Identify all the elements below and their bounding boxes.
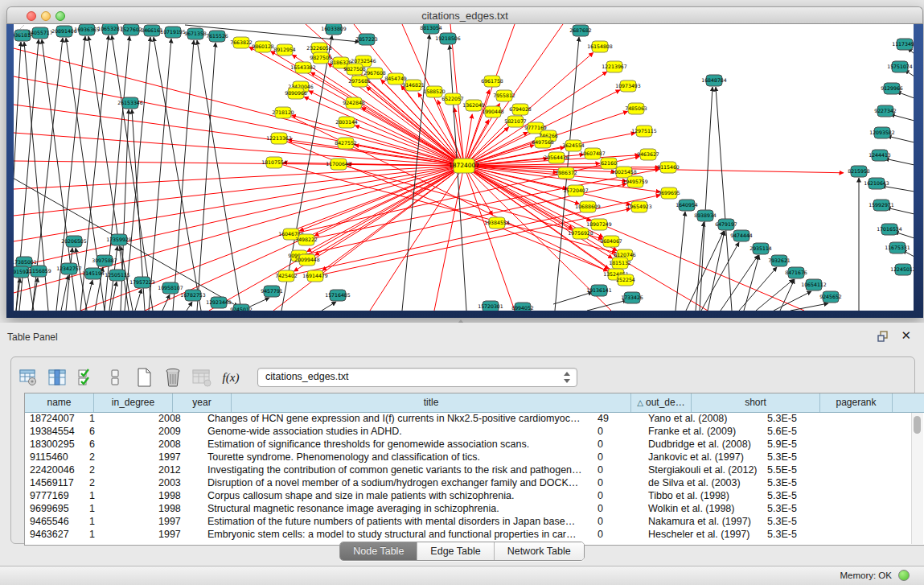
graph-node-label: 6479197 (715, 221, 737, 227)
close-panel-icon[interactable]: ✕ (901, 329, 911, 342)
import-table-button-disabled[interactable] (191, 368, 212, 387)
graph-node-label: 16848784 (701, 77, 727, 83)
graph-node-label: 1588520 (423, 89, 446, 94)
graph-node-label: 1640954 (676, 202, 698, 208)
graph-node-label: 8215958 (848, 168, 870, 174)
graph-node-label: 9146821 (402, 82, 425, 88)
graph-node-label: 1733426 (621, 295, 643, 300)
table-cell: 5.3E-5 (762, 502, 825, 515)
float-panel-icon[interactable] (877, 331, 889, 342)
window-titlebar[interactable]: citations_edges.txt (6, 6, 923, 24)
graph-node-label: 23226058 (306, 45, 332, 51)
graph-node-label: 62160 (601, 160, 617, 166)
graph-node-label: 18907249 (586, 221, 612, 227)
graph-node-label: 17359928 (106, 237, 132, 242)
graph-node-label: 6794028 (509, 106, 532, 112)
graph-node-label: 9227342 (874, 108, 897, 113)
graph-node-label: 9242848 (343, 100, 365, 105)
table-vertical-scrollbar[interactable] (911, 413, 923, 544)
table-cell: 1997 (154, 528, 203, 541)
dropdown-arrows-icon (564, 371, 570, 384)
graph-node-label: 19218506 (435, 35, 461, 41)
network-canvas[interactable]: 9361814140557172089140616936365106532871… (14, 24, 914, 311)
resize-grip-icon[interactable] (14, 24, 25, 35)
graph-node-label: 1815132 (609, 260, 631, 266)
table-settings-button[interactable] (18, 368, 39, 387)
table-row[interactable]: 1456911722003Disruption of a novel membe… (25, 476, 912, 489)
graph-node-label: 5821077 (504, 118, 527, 124)
column-header-pagerank[interactable]: pagerank (820, 393, 893, 412)
graph-node-label: 7485063 (625, 105, 647, 111)
table-cell: Tibbo et al. (1998) (643, 489, 762, 502)
table-row[interactable]: 1830029562008Estimation of significance … (25, 438, 912, 451)
graph-node-label: 17957223 (129, 279, 155, 285)
table-selector-dropdown[interactable]: citations_edges.txt (257, 368, 577, 387)
column-header-year[interactable]: year (173, 393, 232, 412)
table-cell: 9115460 (25, 451, 84, 463)
graph-node-label: 3624554 (562, 142, 585, 148)
graph-node-label: 8454749 (384, 76, 407, 81)
table-cell: 2008 (154, 438, 203, 451)
tab-network-table[interactable]: Network Table (495, 542, 584, 560)
network-view-window: citations_edges.txt 93618141405571720891… (6, 6, 923, 318)
table-row[interactable]: 946554611997Estimation of the future num… (25, 515, 912, 528)
column-header-label: year (192, 397, 211, 408)
column-header-name[interactable]: name (25, 393, 94, 412)
graph-node-label: 11700648 (326, 161, 351, 167)
table-panel-inner: f(x) citations_edges.txt namein_degreeye… (10, 356, 915, 544)
table-cell: Changes of HCN gene expression and I(f) … (203, 412, 593, 425)
checklist-icon (77, 368, 95, 387)
graph-node-label: 12213363 (266, 135, 292, 141)
graph-node-label: 15720301 (478, 303, 503, 309)
table-row[interactable]: 2242004622012Investigating the contribut… (25, 463, 912, 476)
table-row[interactable]: 911546021997Tourette syndrome. Phenomeno… (25, 451, 912, 463)
table-panel-body: f(x) citations_edges.txt namein_degreeye… (0, 351, 924, 566)
table-row[interactable]: 946362711997Embryonic stem cells: a mode… (25, 528, 912, 541)
memory-status-label: Memory: OK (840, 571, 892, 580)
table-cell: 0 (593, 515, 643, 528)
graph-node-label: 7615526 (206, 33, 228, 39)
column-header-title[interactable]: title (232, 393, 631, 412)
create-table-button[interactable] (133, 368, 154, 387)
column-header-in_degree[interactable]: in_degree (94, 393, 173, 412)
table-rows: 1872400712008Changes of HCN gene express… (25, 412, 912, 545)
graph-node-label: 7932621 (768, 257, 791, 263)
table-settings-icon (18, 368, 38, 387)
scrollbar-thumb[interactable] (914, 416, 921, 434)
graph-node-label: 16782753 (180, 292, 206, 298)
table-row[interactable]: 1938455462009Genome-wide association stu… (25, 425, 912, 438)
graph-node-label: 9890966 (285, 90, 307, 96)
delete-table-button[interactable] (162, 368, 183, 387)
table-row[interactable]: 977716911998Corpus callosum shape and si… (25, 489, 912, 502)
graph-node-label: 8912954 (273, 47, 296, 52)
graph-node-label: 9474444 (730, 233, 753, 238)
select-all-columns-button[interactable] (76, 368, 97, 387)
graph-node-label: 10973493 (615, 83, 641, 89)
table-cell: Corpus callosum shape and size in male p… (203, 489, 593, 502)
show-columns-button[interactable] (47, 368, 68, 387)
table-cell: Jankovic et al. (1997) (643, 451, 762, 463)
tab-edge-table[interactable]: Edge Table (417, 542, 494, 560)
tab-node-table[interactable]: Node Table (340, 542, 417, 560)
table-row[interactable]: 969969511998Structural magnetic resonanc… (25, 502, 912, 515)
table-cell: Estimation of the future numbers of pati… (203, 515, 593, 528)
graph-node-label: 9671358 (184, 31, 207, 36)
citation-network-graph[interactable]: 9361814140557172089140616936365106532871… (14, 24, 914, 311)
unselect-rows-button[interactable] (105, 368, 125, 387)
column-header-short[interactable]: short (692, 393, 820, 412)
table-row[interactable]: 1872400712008Changes of HCN gene express… (25, 412, 912, 425)
graph-node-label: 9777169 (524, 125, 547, 130)
table-cell: 19384554 (25, 425, 84, 438)
column-header-out_de[interactable]: △out_de… (631, 393, 692, 412)
table-cell: 1 (84, 528, 154, 541)
graph-node-label: 10653287 (97, 26, 123, 31)
node-table: namein_degreeyeartitle△out_de…shortpager… (24, 393, 924, 546)
graph-node-label: 1244413 (869, 152, 891, 158)
column-header-label: name (47, 397, 71, 408)
function-builder-button[interactable]: f(x) (220, 368, 241, 387)
graph-node-label: 9463627 (637, 151, 659, 157)
table-tabs-bar: Node Table Edge Table Network Table (0, 542, 924, 562)
graph-node-label: 14055717 (27, 30, 53, 35)
column-header-label: pagerank (836, 397, 876, 408)
graph-node-label: 20564436 (544, 154, 569, 160)
